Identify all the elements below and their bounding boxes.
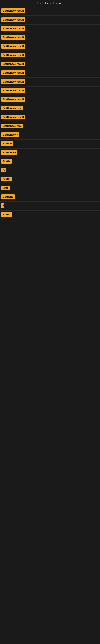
bottleneck-result-badge[interactable]: Bottlen [1,141,13,146]
bottleneck-result-badge[interactable]: Bottleneck result [1,70,25,75]
bottleneck-result-badge[interactable]: Bottleneck result [1,44,25,48]
bottleneck-list: Bottleneck resultBottleneck resultBottle… [0,7,100,219]
list-item[interactable]: Bottleneck result [0,78,100,86]
bottleneck-result-badge[interactable]: Bottleneck result [1,17,25,22]
bottleneck-result-badge[interactable]: B [1,203,4,208]
bottleneck-result-badge[interactable]: Bottleneck result [1,35,25,40]
list-item[interactable]: Bottleneck r [0,131,100,140]
list-item[interactable]: Bottleneck result [0,51,100,60]
list-item[interactable]: Bottleneck [0,148,100,158]
bottleneck-result-badge[interactable]: Bottleneck result [1,53,25,57]
list-item[interactable]: Bottleneck result [0,34,100,42]
list-item[interactable]: Bottleneck resu [0,122,100,131]
bottleneck-result-badge[interactable]: Bottleneck resu [1,124,23,128]
list-item[interactable]: Bottleneck result [0,69,100,78]
list-item[interactable]: Bottleneck resu [0,104,100,113]
bottleneck-result-badge[interactable]: B [1,168,6,172]
list-item[interactable]: Bottleneck result [0,86,100,96]
list-item[interactable]: B [0,166,100,175]
bottleneck-result-badge[interactable]: Bottleneck result [1,115,25,119]
list-item[interactable]: Bottle [0,158,100,166]
list-item[interactable]: Bottlens [0,193,100,202]
bottleneck-result-badge[interactable]: Bottleneck result [1,8,25,13]
list-item[interactable]: Bottleneck result [0,42,100,51]
bottleneck-result-badge[interactable]: Bottle [1,212,12,217]
list-item[interactable]: Bottle [0,210,100,219]
bottleneck-result-badge[interactable]: Bott [1,186,10,190]
site-title: TheBottlenecker.com [0,0,100,7]
list-item[interactable]: Bottleneck result [0,96,100,104]
bottleneck-result-badge[interactable]: Bottleneck result [1,88,25,93]
list-item[interactable]: Bottleneck result [0,7,100,16]
list-item[interactable]: Bottle [0,175,100,184]
bottleneck-result-badge[interactable]: Bottleneck r [1,132,19,137]
bottleneck-result-badge[interactable]: Bottleneck [1,150,17,155]
bottleneck-result-badge[interactable]: Bottleneck result [1,79,25,84]
bottleneck-result-badge[interactable]: Bottleneck result [1,97,25,102]
bottleneck-result-badge[interactable]: Bottleneck result [1,26,25,31]
bottleneck-result-badge[interactable]: Bottle [1,159,12,164]
list-item[interactable]: Bottleneck result [0,24,100,34]
bottleneck-result-badge[interactable]: Bottleneck resu [1,106,23,110]
bottleneck-result-badge[interactable]: Bottleneck result [1,62,25,66]
list-item[interactable]: B [0,202,100,210]
list-item[interactable]: Bottleneck result [0,60,100,69]
list-item[interactable]: Bottlen [0,140,100,148]
list-item[interactable]: Bottleneck result [0,16,100,24]
list-item[interactable]: Bottleneck result [0,113,100,122]
bottleneck-result-badge[interactable]: Bottlens [1,194,15,199]
site-title-text: TheBottlenecker.com [37,2,63,5]
list-item[interactable]: Bott [0,184,100,193]
bottleneck-result-badge[interactable]: Bottle [1,177,12,181]
